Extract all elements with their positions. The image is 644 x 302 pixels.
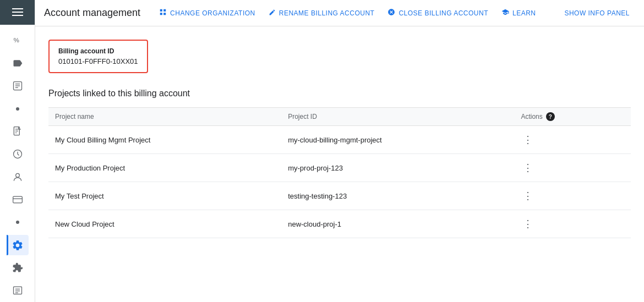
svg-rect-0 (12, 8, 23, 9)
table-header: Project name Project ID Actions ? (48, 108, 631, 126)
topbar-actions: CHANGE ORGANIZATION RENAME BILLING ACCOU… (154, 5, 554, 21)
svg-rect-21 (163, 9, 166, 12)
billing-id-label: Billing account ID (58, 47, 138, 55)
svg-rect-23 (163, 13, 166, 15)
table-row: New Cloud Project new-cloud-proj-1 ⋮ (48, 210, 631, 238)
actions-cell: ⋮ (514, 182, 631, 210)
col-project-id: Project ID (281, 108, 514, 126)
svg-rect-20 (160, 9, 162, 12)
more-actions-icon[interactable]: ⋮ (521, 188, 535, 204)
table-row: My Cloud Billing Mgmt Project my-cloud-b… (48, 126, 631, 154)
close-billing-button[interactable]: CLOSE BILLING ACCOUNT (382, 5, 494, 21)
content-area: Billing account ID 010101-F0FFF0-10XX01 … (35, 26, 644, 302)
more-actions-icon[interactable]: ⋮ (521, 216, 535, 232)
graduation-icon (501, 8, 509, 18)
table-row: My Test Project testing-testing-123 ⋮ (48, 182, 631, 210)
rename-billing-button[interactable]: RENAME BILLING ACCOUNT (263, 6, 380, 21)
change-org-button[interactable]: CHANGE ORGANIZATION (154, 5, 261, 21)
svg-rect-22 (160, 13, 162, 15)
sidebar-item-checklist[interactable] (7, 281, 29, 301)
project-name-cell: My Test Project (48, 182, 281, 210)
sidebar-item-payment[interactable] (7, 189, 29, 210)
project-id-cell: testing-testing-123 (281, 182, 514, 210)
main-content: Account management CHANGE ORGANIZATION (35, 0, 644, 302)
more-actions-icon[interactable]: ⋮ (521, 160, 535, 176)
project-name-cell: My Cloud Billing Mgmt Project (48, 126, 281, 154)
sidebar-item-reports[interactable] (7, 76, 29, 96)
sidebar: % (0, 0, 35, 302)
sidebar-item-history[interactable] (7, 144, 29, 164)
sidebar-item-extensions[interactable] (7, 257, 29, 278)
sidebar-item-label[interactable] (7, 53, 29, 73)
project-name-cell: New Cloud Project (48, 210, 281, 238)
svg-text:%: % (13, 37, 19, 44)
page-title: Account management (44, 7, 140, 19)
svg-rect-14 (13, 196, 22, 203)
svg-rect-1 (12, 12, 23, 13)
learn-button[interactable]: LEARN (496, 5, 542, 21)
svg-point-13 (15, 173, 19, 177)
sidebar-item-users[interactable] (7, 167, 29, 187)
actions-help-icon[interactable]: ? (546, 112, 555, 121)
sidebar-item-settings[interactable] (7, 235, 29, 255)
menu-icon[interactable] (12, 8, 23, 16)
table-body: My Cloud Billing Mgmt Project my-cloud-b… (48, 126, 631, 238)
table-row: My Production Project my-prod-proj-123 ⋮ (48, 154, 631, 182)
projects-table: Project name Project ID Actions ? My Clo… (48, 107, 631, 238)
show-info-panel-button[interactable]: SHOW INFO PANEL (559, 6, 635, 20)
col-project-name: Project name (48, 108, 281, 126)
svg-rect-2 (12, 15, 23, 16)
projects-section: Projects linked to this billing account … (48, 89, 631, 238)
pencil-icon (269, 9, 276, 18)
project-id-cell: my-prod-proj-123 (281, 154, 514, 182)
col-actions: Actions ? (514, 108, 631, 126)
actions-cell: ⋮ (514, 210, 631, 238)
project-id-cell: new-cloud-proj-1 (281, 210, 514, 238)
sidebar-dot-1 (7, 98, 29, 119)
billing-account-card: Billing account ID 010101-F0FFF0-10XX01 (48, 40, 148, 73)
project-name-cell: My Production Project (48, 154, 281, 182)
sidebar-dot-2 (7, 212, 29, 233)
sidebar-item-billing[interactable]: % (7, 30, 29, 51)
billing-id-value: 010101-F0FFF0-10XX01 (58, 57, 138, 65)
actions-cell: ⋮ (514, 154, 631, 182)
project-id-cell: my-cloud-billing-mgmt-project (281, 126, 514, 154)
topbar: Account management CHANGE ORGANIZATION (35, 0, 644, 26)
actions-cell: ⋮ (514, 126, 631, 154)
x-circle-icon (388, 8, 395, 18)
sidebar-header (0, 0, 35, 25)
grid-icon (159, 8, 167, 18)
more-actions-icon[interactable]: ⋮ (521, 131, 535, 148)
sidebar-item-documents[interactable] (7, 121, 29, 141)
projects-section-title: Projects linked to this billing account (48, 89, 631, 98)
